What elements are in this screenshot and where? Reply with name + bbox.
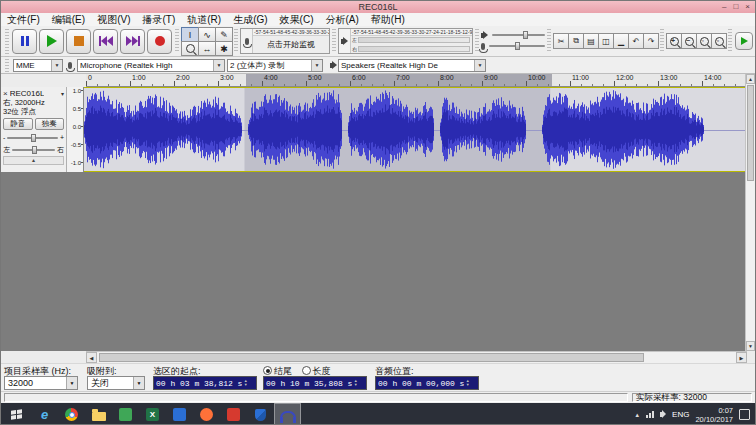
horizontal-scroll-thumb[interactable] xyxy=(99,353,644,362)
menu-analyze[interactable]: 分析(A) xyxy=(319,13,364,26)
stop-button[interactable] xyxy=(66,29,91,54)
input-volume-slider[interactable] xyxy=(489,45,545,47)
play-at-speed-button[interactable] xyxy=(735,32,753,50)
zoom-in-button[interactable]: + xyxy=(666,33,682,49)
play-button[interactable] xyxy=(39,29,64,54)
waveform-canvas[interactable] xyxy=(84,88,745,171)
language-indicator[interactable]: ENG xyxy=(672,410,689,419)
selection-start-time[interactable]: 00 h 03 m 38,812 s ▲▼ xyxy=(153,376,257,390)
track-menu-arrow[interactable]: ▾ xyxy=(61,90,64,97)
audio-host-select[interactable]: MME▼ xyxy=(13,59,63,72)
pause-button[interactable] xyxy=(12,29,37,54)
menu-transport[interactable]: 播录(T) xyxy=(136,13,181,26)
toolbar-grip[interactable] xyxy=(5,29,9,53)
input-channels-select[interactable]: 2 (立体声) 录制▼ xyxy=(227,59,323,72)
taskbar-ie[interactable]: e xyxy=(31,403,58,425)
skip-start-button[interactable] xyxy=(93,29,118,54)
toolbar-grip[interactable] xyxy=(728,29,732,53)
spinner-icon[interactable]: ▲▼ xyxy=(244,379,246,387)
action-center-icon[interactable] xyxy=(739,409,750,420)
skip-end-button[interactable] xyxy=(120,29,145,54)
timeline-label: 0 xyxy=(88,74,92,82)
taskbar-chrome[interactable] xyxy=(58,403,85,425)
menu-help[interactable]: 帮助(H) xyxy=(365,13,411,26)
toolbar-grip[interactable] xyxy=(234,29,238,53)
undo-button[interactable]: ↶ xyxy=(628,33,644,49)
taskbar-explorer[interactable] xyxy=(85,403,112,425)
start-button[interactable] xyxy=(1,403,31,425)
show-hidden-icons-button[interactable]: ▲ xyxy=(634,412,640,418)
taskbar-firefox[interactable] xyxy=(193,403,220,425)
menu-edit[interactable]: 编辑(E) xyxy=(46,13,91,26)
zoom-out-button[interactable]: − xyxy=(681,33,697,49)
track-vertical-ruler[interactable]: 1.00.50.0-0.5-1.0 xyxy=(67,87,84,172)
taskbar-audacity[interactable] xyxy=(274,403,301,425)
project-rate-select[interactable]: 32000▼ xyxy=(4,376,78,390)
maximize-button[interactable]: □ xyxy=(733,1,738,13)
paste-button[interactable]: ▤ xyxy=(583,33,599,49)
silence-button[interactable]: ▁ xyxy=(613,33,629,49)
timeshift-tool-button[interactable]: ↔ xyxy=(198,41,216,56)
output-device-select[interactable]: Speakers (Realtek High De▼ xyxy=(338,59,486,72)
minimize-button[interactable]: – xyxy=(722,1,726,13)
length-radio[interactable] xyxy=(302,366,311,375)
taskbar-defender[interactable] xyxy=(247,403,274,425)
vertical-scroll-thumb[interactable] xyxy=(747,85,754,181)
track-close-button[interactable]: × xyxy=(3,89,8,98)
timeline-minor-tick xyxy=(537,84,538,86)
chevron-down-icon: ▼ xyxy=(213,60,224,71)
multi-tool-button[interactable]: ✱ xyxy=(215,41,233,56)
scroll-right-button[interactable]: ▶ xyxy=(736,352,747,363)
trim-button[interactable]: ◫ xyxy=(598,33,614,49)
taskbar-app-green[interactable] xyxy=(112,403,139,425)
scroll-left-button[interactable]: ◀ xyxy=(86,352,97,363)
spinner-icon[interactable]: ▲▼ xyxy=(466,379,468,387)
toolbar-grip[interactable] xyxy=(660,29,664,53)
scroll-up-button[interactable]: ▲ xyxy=(746,74,755,84)
menu-effect[interactable]: 效果(C) xyxy=(274,13,320,26)
menu-file[interactable]: 文件(F) xyxy=(1,13,46,26)
redo-button[interactable]: ↷ xyxy=(643,33,659,49)
playback-meter[interactable]: -57-54-51-48-45-42-39-36-33-30-27-24-21-… xyxy=(338,28,473,54)
close-button[interactable]: × xyxy=(745,1,750,13)
end-radio[interactable] xyxy=(263,366,272,375)
scroll-down-button[interactable]: ▼ xyxy=(746,341,755,351)
snap-to-select[interactable]: 关闭▼ xyxy=(87,376,145,390)
output-volume-slider[interactable] xyxy=(492,34,545,36)
envelope-tool-button[interactable]: ∿ xyxy=(198,27,216,42)
draw-tool-button[interactable]: ✎ xyxy=(215,27,233,42)
mute-button[interactable]: 静音 xyxy=(3,118,33,130)
zoom-tool-button[interactable] xyxy=(181,41,199,56)
copy-button[interactable]: ⧉ xyxy=(568,33,584,49)
toolbar-grip[interactable] xyxy=(547,29,551,53)
taskbar-clock[interactable]: 0:07 20/10/2017 xyxy=(695,406,733,424)
gain-slider[interactable] xyxy=(7,137,58,139)
solo-button[interactable]: 独奏 xyxy=(35,118,65,130)
record-button[interactable] xyxy=(147,29,172,54)
network-icon[interactable] xyxy=(646,411,654,418)
taskbar-app-red[interactable] xyxy=(220,403,247,425)
audio-position-time[interactable]: 00 h 00 m 00,000 s ▲▼ xyxy=(375,376,479,390)
taskbar-excel[interactable]: X xyxy=(139,403,166,425)
selection-tool-button[interactable]: I xyxy=(181,27,199,42)
cut-button[interactable]: ✂ xyxy=(553,33,569,49)
menu-generate[interactable]: 生成(G) xyxy=(227,13,273,26)
spinner-icon[interactable]: ▲▼ xyxy=(354,379,356,387)
menu-view[interactable]: 视图(V) xyxy=(91,13,136,26)
recording-meter[interactable]: -57-54-51-48-45-42-39-36-33-30-27-24-21-… xyxy=(240,28,330,54)
pan-slider[interactable] xyxy=(12,149,55,151)
fit-project-button[interactable]: ▫ xyxy=(711,33,727,49)
menu-tracks[interactable]: 轨道(R) xyxy=(181,13,227,26)
transport-toolbar xyxy=(11,29,173,54)
toolbar-grip[interactable] xyxy=(332,29,336,53)
timeline-ruler[interactable]: 01:002:003:004:005:006:007:008:009:0010:… xyxy=(86,74,747,87)
fit-selection-button[interactable]: ◦ xyxy=(696,33,712,49)
input-device-select[interactable]: Microphone (Realtek High▼ xyxy=(77,59,225,72)
vertical-scrollbar[interactable]: ▲ ▼ xyxy=(745,74,755,351)
volume-icon[interactable] xyxy=(660,412,663,417)
horizontal-scrollbar[interactable]: ◀ ▶ xyxy=(86,351,747,363)
toolbar-grip[interactable] xyxy=(175,29,179,53)
taskbar-app-blue[interactable] xyxy=(166,403,193,425)
selection-end-time[interactable]: 00 h 10 m 35,808 s ▲▼ xyxy=(263,376,367,390)
track-collapse-button[interactable]: ▴ xyxy=(3,156,64,165)
